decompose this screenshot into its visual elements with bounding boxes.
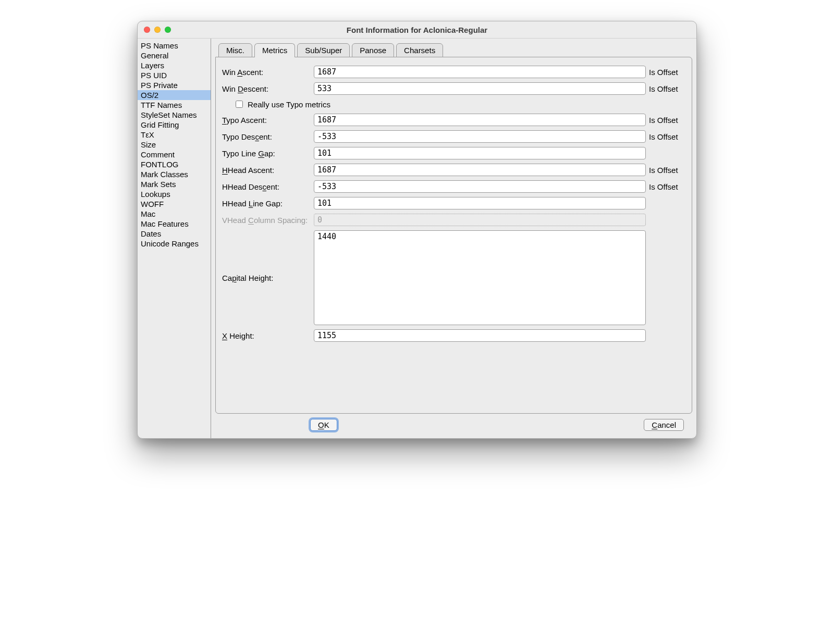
input-win-descent[interactable]: [314, 82, 646, 95]
sidebar-item-styleset-names[interactable]: StyleSet Names: [138, 110, 211, 120]
cancel-button[interactable]: Cancel: [644, 419, 684, 431]
label-hhead-ascent: HHead Ascent:: [222, 166, 311, 175]
tab-sub-super[interactable]: Sub/Super: [297, 43, 350, 57]
tab-panose[interactable]: Panose: [352, 43, 394, 57]
input-hhead-descent[interactable]: [314, 180, 646, 193]
row-vhead-col-spacing: VHead Column Spacing:: [222, 214, 685, 226]
sidebar: PS NamesGeneralLayersPS UIDPS PrivateOS/…: [138, 39, 211, 438]
titlebar: Font Information for Aclonica-Regular: [138, 21, 696, 39]
sidebar-item-size[interactable]: Size: [138, 140, 211, 150]
sidebar-item-dates[interactable]: Dates: [138, 229, 211, 239]
sidebar-item-unicode-ranges[interactable]: Unicode Ranges: [138, 239, 211, 249]
sidebar-item-mark-sets[interactable]: Mark Sets: [138, 179, 211, 189]
offset-hhead-descent[interactable]: Is Offset: [649, 182, 685, 191]
checkbox-really-use-typo[interactable]: [236, 101, 243, 108]
tab-charsets[interactable]: Charsets: [396, 43, 443, 57]
sidebar-item-general[interactable]: General: [138, 51, 211, 60]
label-x-height: X Height:: [222, 331, 311, 340]
offset-hhead-ascent[interactable]: Is Offset: [649, 166, 685, 175]
input-typo-ascent[interactable]: [314, 114, 646, 126]
label-win-ascent: Win Ascent:: [222, 68, 311, 77]
minimize-icon[interactable]: [154, 27, 161, 33]
sidebar-item-lookups[interactable]: Lookups: [138, 189, 211, 199]
label-capital-height: Capital Height:: [222, 274, 311, 282]
sidebar-item-fontlog[interactable]: FONTLOG: [138, 159, 211, 169]
row-capital-height: Capital Height: 1440: [222, 230, 685, 325]
tab-bar: Misc.MetricsSub/SuperPanoseCharsets: [218, 43, 692, 57]
footer: OK Cancel: [211, 414, 696, 438]
row-typo-descent: Typo Descent: Is Offset: [222, 130, 685, 143]
row-typo-ascent: Typo Ascent: Is Offset: [222, 114, 685, 126]
row-hhead-line-gap: HHead Line Gap:: [222, 197, 685, 209]
input-typo-descent[interactable]: [314, 130, 646, 143]
label-hhead-descent: HHead Descent:: [222, 182, 311, 191]
row-hhead-ascent: HHead Ascent: Is Offset: [222, 164, 685, 176]
sidebar-item-os-2[interactable]: OS/2: [138, 90, 211, 100]
sidebar-item-woff[interactable]: WOFF: [138, 199, 211, 209]
sidebar-item-mark-classes[interactable]: Mark Classes: [138, 169, 211, 179]
offset-typo-ascent[interactable]: Is Offset: [649, 116, 685, 125]
sidebar-item-comment[interactable]: Comment: [138, 150, 211, 159]
input-hhead-line-gap[interactable]: [314, 197, 646, 209]
sidebar-item-layers[interactable]: Layers: [138, 60, 211, 70]
tab-metrics[interactable]: Metrics: [254, 43, 295, 57]
sidebar-item-mac-features[interactable]: Mac Features: [138, 219, 211, 229]
ok-button[interactable]: OK: [310, 419, 337, 431]
sidebar-item-ps-names[interactable]: PS Names: [138, 41, 211, 51]
input-typo-line-gap[interactable]: [314, 147, 646, 159]
sidebar-item-ps-private[interactable]: PS Private: [138, 80, 211, 90]
close-icon[interactable]: [144, 27, 150, 33]
sidebar-item-ps-uid[interactable]: PS UID: [138, 70, 211, 80]
sidebar-item-mac[interactable]: Mac: [138, 209, 211, 219]
label-really-use-typo: Really use Typo metrics: [248, 100, 330, 109]
label-vhead-col-spacing: VHead Column Spacing:: [222, 216, 311, 225]
input-hhead-ascent[interactable]: [314, 164, 646, 176]
input-vhead-col-spacing: [314, 214, 646, 226]
maximize-icon[interactable]: [165, 27, 171, 33]
input-capital-height[interactable]: 1440: [314, 230, 646, 325]
sidebar-item-ttf-names[interactable]: TTF Names: [138, 100, 211, 110]
row-typo-line-gap: Typo Line Gap:: [222, 147, 685, 159]
label-win-descent: Win Descent:: [222, 84, 311, 93]
row-x-height: X Height:: [222, 329, 685, 342]
row-hhead-descent: HHead Descent: Is Offset: [222, 180, 685, 193]
window-title: Font Information for Aclonica-Regular: [138, 26, 696, 34]
label-typo-line-gap: Typo Line Gap:: [222, 149, 311, 158]
row-win-ascent: Win Ascent: Is Offset: [222, 66, 685, 78]
label-hhead-line-gap: HHead Line Gap:: [222, 199, 311, 208]
sidebar-item-grid-fitting[interactable]: Grid Fitting: [138, 120, 211, 130]
offset-typo-descent[interactable]: Is Offset: [649, 132, 685, 141]
row-win-descent: Win Descent: Is Offset: [222, 82, 685, 95]
label-typo-ascent: Typo Ascent:: [222, 116, 311, 125]
input-win-ascent[interactable]: [314, 66, 646, 78]
metrics-panel: Win Ascent: Is Offset Win Descent: Is Of…: [215, 57, 692, 414]
row-really-use-typo: Really use Typo metrics: [234, 99, 685, 109]
traffic-lights: [138, 27, 171, 33]
sidebar-item-t-x[interactable]: TεX: [138, 130, 211, 140]
font-info-window: Font Information for Aclonica-Regular PS…: [137, 21, 697, 439]
offset-win-descent[interactable]: Is Offset: [649, 84, 685, 93]
offset-win-ascent[interactable]: Is Offset: [649, 68, 685, 77]
input-x-height[interactable]: [314, 329, 646, 342]
tab-misc-[interactable]: Misc.: [218, 43, 252, 57]
label-typo-descent: Typo Descent:: [222, 132, 311, 141]
